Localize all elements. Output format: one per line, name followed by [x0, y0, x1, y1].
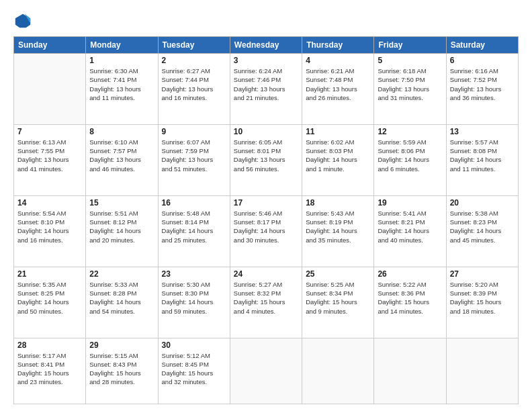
day-number: 8: [89, 127, 154, 136]
calendar-day-header: Saturday: [446, 37, 518, 54]
day-info: Sunrise: 5:15 AMSunset: 8:43 PMDaylight:…: [89, 351, 154, 387]
day-number: 24: [234, 269, 298, 279]
day-number: 28: [17, 340, 82, 350]
calendar-day-cell: 3Sunrise: 6:24 AMSunset: 7:46 PMDaylight…: [230, 54, 302, 125]
calendar-day-cell: 15Sunrise: 5:51 AMSunset: 8:12 PMDayligh…: [86, 195, 158, 267]
calendar-week-row: 1Sunrise: 6:30 AMSunset: 7:41 PMDaylight…: [14, 54, 519, 125]
calendar-day-cell: [446, 338, 518, 404]
calendar-day-cell: 21Sunrise: 5:35 AMSunset: 8:25 PMDayligh…: [14, 267, 86, 338]
day-info: Sunrise: 5:38 AMSunset: 8:23 PMDaylight:…: [450, 209, 515, 244]
calendar-week-row: 28Sunrise: 5:17 AMSunset: 8:41 PMDayligh…: [14, 338, 519, 404]
calendar-day-cell: 25Sunrise: 5:25 AMSunset: 8:34 PMDayligh…: [302, 267, 374, 338]
day-number: 15: [89, 198, 154, 208]
day-number: 5: [378, 56, 442, 65]
calendar-day-cell: 24Sunrise: 5:27 AMSunset: 8:32 PMDayligh…: [230, 267, 302, 338]
day-info: Sunrise: 5:12 AMSunset: 8:45 PMDaylight:…: [162, 351, 226, 387]
day-number: 1: [89, 56, 154, 65]
day-info: Sunrise: 6:24 AMSunset: 7:46 PMDaylight:…: [234, 66, 298, 102]
day-info: Sunrise: 6:21 AMSunset: 7:48 PMDaylight:…: [306, 66, 370, 102]
calendar-day-header: Tuesday: [158, 37, 230, 54]
calendar-day-cell: 26Sunrise: 5:22 AMSunset: 8:36 PMDayligh…: [374, 267, 446, 338]
day-info: Sunrise: 5:48 AMSunset: 8:14 PMDaylight:…: [162, 209, 226, 244]
day-number: 2: [162, 56, 226, 65]
day-info: Sunrise: 5:33 AMSunset: 8:28 PMDaylight:…: [89, 280, 154, 316]
calendar-header-row: SundayMondayTuesdayWednesdayThursdayFrid…: [14, 37, 519, 54]
day-number: 25: [306, 269, 370, 279]
calendar-day-cell: 5Sunrise: 6:18 AMSunset: 7:50 PMDaylight…: [374, 54, 446, 125]
calendar-day-cell: 4Sunrise: 6:21 AMSunset: 7:48 PMDaylight…: [302, 54, 374, 125]
day-number: 17: [234, 198, 298, 208]
calendar-day-cell: 16Sunrise: 5:48 AMSunset: 8:14 PMDayligh…: [158, 195, 230, 267]
calendar-day-cell: 23Sunrise: 5:30 AMSunset: 8:30 PMDayligh…: [158, 267, 230, 338]
calendar-day-cell: 28Sunrise: 5:17 AMSunset: 8:41 PMDayligh…: [14, 338, 86, 404]
calendar-day-cell: [302, 338, 374, 404]
day-number: 7: [17, 127, 82, 136]
calendar-day-cell: 2Sunrise: 6:27 AMSunset: 7:44 PMDaylight…: [158, 54, 230, 125]
page: SundayMondayTuesdayWednesdayThursdayFrid…: [0, 0, 532, 411]
day-number: 27: [450, 269, 515, 279]
calendar-week-row: 14Sunrise: 5:54 AMSunset: 8:10 PMDayligh…: [14, 195, 519, 267]
day-info: Sunrise: 5:59 AMSunset: 8:06 PMDaylight:…: [378, 138, 442, 173]
day-info: Sunrise: 6:27 AMSunset: 7:44 PMDaylight:…: [162, 66, 226, 102]
day-info: Sunrise: 6:10 AMSunset: 7:57 PMDaylight:…: [89, 138, 154, 173]
day-info: Sunrise: 5:46 AMSunset: 8:17 PMDaylight:…: [234, 209, 298, 244]
day-info: Sunrise: 5:41 AMSunset: 8:21 PMDaylight:…: [378, 209, 442, 244]
day-number: 16: [162, 198, 226, 208]
day-number: 19: [378, 198, 442, 208]
day-info: Sunrise: 6:13 AMSunset: 7:55 PMDaylight:…: [17, 138, 82, 173]
day-info: Sunrise: 5:27 AMSunset: 8:32 PMDaylight:…: [234, 280, 298, 316]
svg-marker-0: [15, 14, 30, 28]
calendar-day-cell: 20Sunrise: 5:38 AMSunset: 8:23 PMDayligh…: [446, 195, 518, 267]
calendar-day-cell: [14, 54, 86, 125]
calendar-day-header: Monday: [86, 37, 158, 54]
calendar-day-cell: 6Sunrise: 6:16 AMSunset: 7:52 PMDaylight…: [446, 54, 518, 125]
day-number: 13: [450, 127, 515, 136]
calendar-day-header: Thursday: [302, 37, 374, 54]
calendar-day-cell: 19Sunrise: 5:41 AMSunset: 8:21 PMDayligh…: [374, 195, 446, 267]
day-info: Sunrise: 5:54 AMSunset: 8:10 PMDaylight:…: [17, 209, 82, 244]
day-info: Sunrise: 6:07 AMSunset: 7:59 PMDaylight:…: [162, 138, 226, 173]
calendar-day-header: Wednesday: [230, 37, 302, 54]
day-info: Sunrise: 5:30 AMSunset: 8:30 PMDaylight:…: [162, 280, 226, 316]
day-info: Sunrise: 6:16 AMSunset: 7:52 PMDaylight:…: [450, 66, 515, 102]
calendar-day-cell: 8Sunrise: 6:10 AMSunset: 7:57 PMDaylight…: [86, 124, 158, 195]
day-info: Sunrise: 5:20 AMSunset: 8:39 PMDaylight:…: [450, 280, 515, 316]
day-number: 14: [17, 198, 82, 208]
day-info: Sunrise: 5:17 AMSunset: 8:41 PMDaylight:…: [17, 351, 82, 387]
calendar-day-header: Sunday: [14, 37, 86, 54]
calendar-day-cell: 14Sunrise: 5:54 AMSunset: 8:10 PMDayligh…: [14, 195, 86, 267]
calendar-day-cell: 17Sunrise: 5:46 AMSunset: 8:17 PMDayligh…: [230, 195, 302, 267]
calendar-table: SundayMondayTuesdayWednesdayThursdayFrid…: [13, 36, 519, 404]
calendar-day-cell: 11Sunrise: 6:02 AMSunset: 8:03 PMDayligh…: [302, 124, 374, 195]
day-info: Sunrise: 5:35 AMSunset: 8:25 PMDaylight:…: [17, 280, 82, 316]
calendar-day-cell: 9Sunrise: 6:07 AMSunset: 7:59 PMDaylight…: [158, 124, 230, 195]
day-number: 12: [378, 127, 442, 136]
day-number: 11: [306, 127, 370, 136]
day-number: 22: [89, 269, 154, 279]
day-info: Sunrise: 6:02 AMSunset: 8:03 PMDaylight:…: [306, 138, 370, 173]
day-info: Sunrise: 5:43 AMSunset: 8:19 PMDaylight:…: [306, 209, 370, 244]
day-number: 21: [17, 269, 82, 279]
logo-icon: [13, 12, 32, 31]
day-info: Sunrise: 5:25 AMSunset: 8:34 PMDaylight:…: [306, 280, 370, 316]
calendar-day-cell: [374, 338, 446, 404]
day-info: Sunrise: 6:05 AMSunset: 8:01 PMDaylight:…: [234, 138, 298, 173]
calendar-day-header: Friday: [374, 37, 446, 54]
calendar-day-cell: 22Sunrise: 5:33 AMSunset: 8:28 PMDayligh…: [86, 267, 158, 338]
calendar-day-cell: 12Sunrise: 5:59 AMSunset: 8:06 PMDayligh…: [374, 124, 446, 195]
day-number: 6: [450, 56, 515, 65]
header: [13, 12, 519, 31]
calendar-week-row: 21Sunrise: 5:35 AMSunset: 8:25 PMDayligh…: [14, 267, 519, 338]
day-number: 10: [234, 127, 298, 136]
day-number: 9: [162, 127, 226, 136]
day-number: 3: [234, 56, 298, 65]
logo: [13, 12, 35, 31]
calendar-day-cell: 18Sunrise: 5:43 AMSunset: 8:19 PMDayligh…: [302, 195, 374, 267]
calendar-day-cell: 7Sunrise: 6:13 AMSunset: 7:55 PMDaylight…: [14, 124, 86, 195]
day-number: 18: [306, 198, 370, 208]
day-number: 30: [162, 340, 226, 350]
calendar-day-cell: [230, 338, 302, 404]
calendar-day-cell: 27Sunrise: 5:20 AMSunset: 8:39 PMDayligh…: [446, 267, 518, 338]
day-info: Sunrise: 5:57 AMSunset: 8:08 PMDaylight:…: [450, 138, 515, 173]
day-info: Sunrise: 5:51 AMSunset: 8:12 PMDaylight:…: [89, 209, 154, 244]
